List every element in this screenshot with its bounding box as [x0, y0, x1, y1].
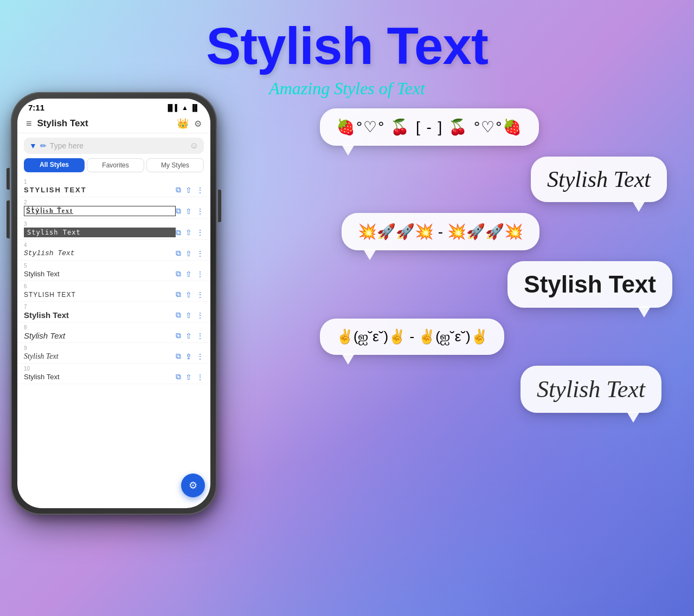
item-number: 10 [24, 366, 204, 372]
app-header: ≡ Stylish Text 👑 ⚙ [17, 114, 210, 133]
app-header-title: Stylish Text [37, 118, 177, 129]
more-icon[interactable]: ⋮ [196, 373, 204, 381]
style-text: STYLISH TEXT [24, 291, 176, 299]
status-time: 7:11 [28, 103, 44, 112]
item-actions: ⧉ ⇧ ⋮ [176, 185, 204, 194]
item-row: Stylish Text ⧉ ⇪ ⋮ [24, 352, 204, 361]
speech-bubble-3: 💥🚀🚀💥 - 💥🚀🚀💥 [342, 213, 539, 250]
tab-my-styles[interactable]: My Styles [146, 158, 204, 172]
copy-icon[interactable]: ⧉ [176, 290, 181, 299]
speech-bubble-6: Stylish Text [520, 366, 661, 413]
crown-icon[interactable]: 👑 [177, 118, 189, 129]
share-icon[interactable]: ⇧ [185, 270, 192, 278]
share-icon[interactable]: ⇧ [185, 290, 192, 299]
phone-mockup: 7:11 ▐▌▌ ▲ ▐▌ ≡ Stylish Text 👑 ⚙ ▼ ✏ [11, 92, 271, 612]
app-title-section: Stylish Text Amazing Styles of Text [0, 0, 694, 99]
speech-bubble-5: ✌️(ஐ˘ε˘)✌️ - ✌️(ஐ˘ε˘)✌️ [320, 319, 504, 355]
more-icon[interactable]: ⋮ [196, 270, 204, 278]
signal-icon: ▐▌▌ [166, 104, 180, 112]
share-icon[interactable]: ⇧ [185, 373, 192, 381]
list-item: 9 Stylish Text ⧉ ⇪ ⋮ [17, 343, 210, 364]
item-row: Stylish Text ⧉ ⇧ ⋮ [24, 331, 204, 340]
search-bar[interactable]: ▼ ✏ Type here ☺ [24, 138, 204, 154]
more-icon[interactable]: ⋮ [196, 332, 204, 340]
bubble-text: Stylish Text [547, 167, 651, 192]
edit-icon[interactable]: ✏ [40, 141, 47, 150]
more-icon[interactable]: ⋮ [196, 290, 204, 299]
item-row: Ṡṫẏḷish Ṫext ⧉ ⇧ ⋮ [24, 206, 204, 216]
share-icon[interactable]: ⇧ [185, 311, 192, 320]
share-icon[interactable]: ⇧ [185, 207, 192, 216]
item-actions: ⧉ ⇧ ⋮ [176, 249, 204, 258]
item-actions: ⧉ ⇧ ⋮ [176, 206, 204, 216]
search-placeholder[interactable]: Type here [50, 141, 187, 150]
item-row: Stylish Text ⧉ ⇧ ⋮ [24, 249, 204, 258]
settings-icon[interactable]: ⚙ [194, 119, 202, 129]
menu-icon[interactable]: ≡ [26, 118, 32, 129]
list-item: 5 Stylish Text ⧉ ⇧ ⋮ [17, 261, 210, 281]
battery-icon: ▐▌ [190, 104, 200, 112]
item-row: STYLISH TEXT ⧉ ⇧ ⋮ [24, 290, 204, 299]
share-icon[interactable]: ⇧ [185, 249, 192, 258]
copy-icon[interactable]: ⧉ [176, 331, 181, 340]
status-bar: 7:11 ▐▌▌ ▲ ▐▌ [17, 99, 210, 114]
bubble-text: ✌️(ஐ˘ε˘)✌️ - ✌️(ஐ˘ε˘)✌️ [336, 328, 488, 345]
speech-bubble-2: Stylish Text [531, 157, 667, 202]
speech-bubble-4: Stylish Text [507, 261, 672, 308]
speech-bubbles-container: 🍓°♡° 🍒 [ - ] 🍒 °♡°🍓 Stylish Text 💥🚀🚀💥 - … [309, 108, 678, 413]
item-row: STYLISH TEXT ⧉ ⇧ ⋮ [24, 185, 204, 194]
list-item: 1 STYLISH TEXT ⧉ ⇧ ⋮ [17, 177, 210, 197]
wifi-icon: ▲ [182, 104, 188, 112]
item-number: 5 [24, 263, 204, 269]
phone-screen: 7:11 ▐▌▌ ▲ ▐▌ ≡ Stylish Text 👑 ⚙ ▼ ✏ [17, 99, 210, 508]
emoji-icon[interactable]: ☺ [190, 141, 198, 151]
filter-icon[interactable]: ▼ [29, 141, 37, 150]
share-extended-icon[interactable]: ⇪ [185, 352, 192, 361]
more-icon[interactable]: ⋮ [196, 311, 204, 320]
copy-icon[interactable]: ⧉ [176, 206, 181, 216]
more-icon[interactable]: ⋮ [196, 228, 204, 237]
list-item: 6 STYLISH TEXT ⧉ ⇧ ⋮ [17, 281, 210, 302]
style-text: Stylish Text [24, 310, 176, 320]
tab-all-styles[interactable]: All Styles [24, 158, 85, 172]
more-icon[interactable]: ⋮ [196, 249, 204, 258]
copy-icon[interactable]: ⧉ [176, 352, 181, 361]
list-item: 2 Ṡṫẏḷish Ṫext ⧉ ⇧ ⋮ [17, 197, 210, 219]
share-icon[interactable]: ⇧ [185, 332, 192, 340]
style-text: Ṡṫẏḷish Ṫext [24, 206, 176, 216]
copy-icon[interactable]: ⧉ [176, 228, 181, 237]
header-action-icons: 👑 ⚙ [177, 118, 202, 129]
share-icon[interactable]: ⇧ [185, 186, 192, 194]
share-icon[interactable]: ⇧ [185, 228, 192, 237]
list-item: 7 Stylish Text ⧉ ⇧ ⋮ [17, 302, 210, 322]
item-row: Stylish Text ⧉ ⇧ ⋮ [24, 372, 204, 381]
copy-icon[interactable]: ⧉ [176, 269, 181, 278]
item-actions: ⧉ ⇧ ⋮ [176, 228, 204, 237]
item-number: 7 [24, 304, 204, 310]
more-icon[interactable]: ⋮ [196, 352, 204, 361]
list-item: 10 Stylish Text ⧉ ⇧ ⋮ [17, 364, 210, 384]
item-actions: ⧉ ⇧ ⋮ [176, 290, 204, 299]
more-icon[interactable]: ⋮ [196, 207, 204, 216]
more-icon[interactable]: ⋮ [196, 186, 204, 194]
bubble-text: Stylish Text [537, 376, 645, 403]
style-text: Stylish Text [24, 249, 176, 257]
item-number: 1 [24, 179, 204, 185]
list-item: 4 Stylish Text ⧉ ⇧ ⋮ [17, 240, 210, 261]
copy-icon[interactable]: ⧉ [176, 249, 181, 258]
copy-icon[interactable]: ⧉ [176, 185, 181, 194]
item-row: Stylish Text ⧉ ⇧ ⋮ [24, 310, 204, 320]
item-number: 9 [24, 345, 204, 351]
item-row: Stylish Text ⧉ ⇧ ⋮ [24, 269, 204, 278]
fab-settings-button[interactable]: ⚙ [181, 474, 205, 497]
item-number: 6 [24, 283, 204, 289]
speech-bubble-1: 🍓°♡° 🍒 [ - ] 🍒 °♡°🍓 [320, 108, 539, 146]
copy-icon[interactable]: ⧉ [176, 372, 181, 381]
item-actions: ⧉ ⇪ ⋮ [176, 352, 204, 361]
item-number: 3 [24, 221, 204, 227]
copy-icon[interactable]: ⧉ [176, 310, 181, 320]
style-text: Stylish Text [24, 331, 176, 340]
tab-favorites[interactable]: Favorites [87, 158, 144, 172]
phone-outer-shell: 7:11 ▐▌▌ ▲ ▐▌ ≡ Stylish Text 👑 ⚙ ▼ ✏ [11, 92, 217, 515]
status-icons: ▐▌▌ ▲ ▐▌ [166, 104, 200, 112]
